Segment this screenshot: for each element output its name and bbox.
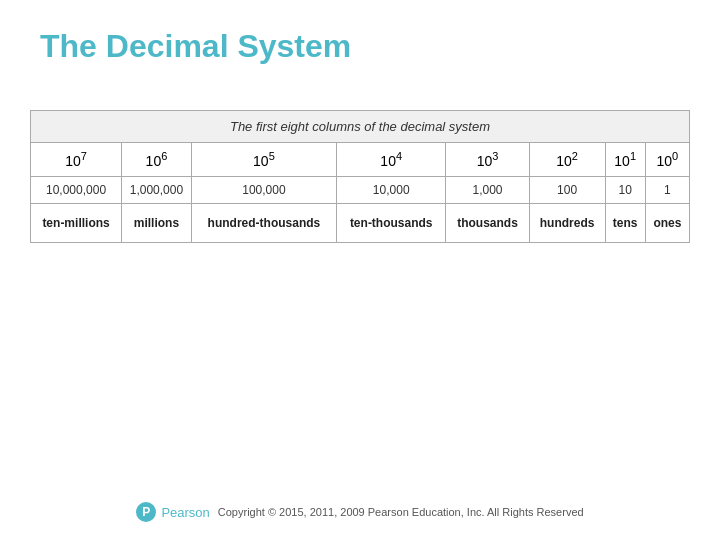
number-cell-6: 1,000,000 xyxy=(122,176,192,203)
pearson-logo: P Pearson xyxy=(136,502,209,522)
name-cell-3: thousands xyxy=(446,203,529,242)
copyright-text: Copyright © 2015, 2011, 2009 Pearson Edu… xyxy=(218,506,584,518)
table-caption: The first eight columns of the decimal s… xyxy=(31,111,690,143)
number-cell-5: 100,000 xyxy=(191,176,336,203)
power-row: 107 106 105 104 103 102 101 100 xyxy=(31,143,690,177)
name-cell-4: ten-thousands xyxy=(337,203,446,242)
footer: P Pearson Copyright © 2015, 2011, 2009 P… xyxy=(0,502,720,522)
number-cell-4: 10,000 xyxy=(337,176,446,203)
power-cell-2: 102 xyxy=(529,143,605,177)
name-cell-1: tens xyxy=(605,203,645,242)
name-cell-0: ones xyxy=(645,203,689,242)
pearson-logo-name: Pearson xyxy=(161,505,209,520)
table-caption-row: The first eight columns of the decimal s… xyxy=(31,111,690,143)
page-title: The Decimal System xyxy=(40,28,351,65)
name-cell-7: ten-millions xyxy=(31,203,122,242)
name-cell-6: millions xyxy=(122,203,192,242)
number-cell-3: 1,000 xyxy=(446,176,529,203)
name-row: ten-millions millions hundred-thousands … xyxy=(31,203,690,242)
power-cell-0: 100 xyxy=(645,143,689,177)
number-cell-0: 1 xyxy=(645,176,689,203)
name-cell-5: hundred-thousands xyxy=(191,203,336,242)
number-row: 10,000,000 1,000,000 100,000 10,000 1,00… xyxy=(31,176,690,203)
name-cell-2: hundreds xyxy=(529,203,605,242)
power-cell-7: 107 xyxy=(31,143,122,177)
power-cell-5: 105 xyxy=(191,143,336,177)
pearson-logo-icon: P xyxy=(136,502,156,522)
number-cell-7: 10,000,000 xyxy=(31,176,122,203)
decimal-table: The first eight columns of the decimal s… xyxy=(30,110,690,243)
power-cell-1: 101 xyxy=(605,143,645,177)
power-cell-4: 104 xyxy=(337,143,446,177)
number-cell-2: 100 xyxy=(529,176,605,203)
number-cell-1: 10 xyxy=(605,176,645,203)
power-cell-3: 103 xyxy=(446,143,529,177)
decimal-table-container: The first eight columns of the decimal s… xyxy=(30,110,690,243)
power-cell-6: 106 xyxy=(122,143,192,177)
